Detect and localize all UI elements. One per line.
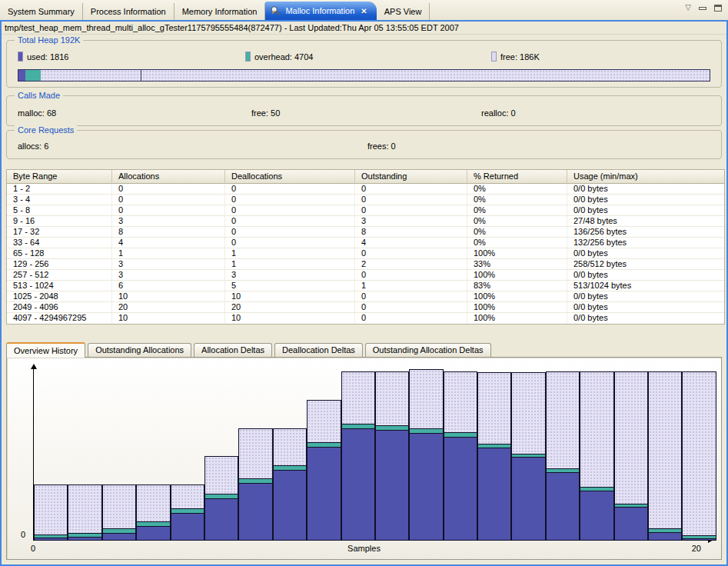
free-segment [410, 370, 442, 428]
table-row[interactable]: 1 - 20000%0/0 bytes [7, 184, 724, 195]
table-row[interactable]: 5 - 80000%0/0 bytes [7, 205, 724, 216]
free-segment [615, 372, 647, 504]
legend-label: free: 186K [500, 52, 540, 62]
table-row[interactable]: 1025 - 204810100100%0/0 bytes [7, 291, 724, 302]
table-row[interactable]: 257 - 512330100%0/0 bytes [7, 270, 724, 281]
table-cell: 100% [467, 313, 567, 324]
column-header-allocations[interactable]: Allocations [112, 170, 225, 184]
column-header-byte-range[interactable]: Byte Range [7, 170, 112, 184]
calls-made-title: Calls Made [15, 90, 63, 101]
sample-bar [409, 369, 443, 541]
tab-memory-information[interactable]: Memory Information [175, 3, 266, 20]
table-cell: 4 [355, 238, 467, 248]
free-segment [103, 485, 135, 528]
tab-aps-view[interactable]: APS View [377, 3, 430, 20]
stat-malloc: malloc: 68 [18, 108, 56, 118]
overhead-segment [205, 494, 238, 499]
sample-bar [307, 400, 341, 541]
tab-malloc-information[interactable]: Malloc Information✕ [265, 2, 376, 20]
free-segment [35, 485, 67, 534]
table-row[interactable]: 17 - 328080%136/256 bytes [7, 227, 724, 238]
table-row[interactable]: 33 - 644040%132/256 bytes [7, 238, 724, 248]
table-row[interactable]: 513 - 102465183%513/1024 bytes [7, 281, 724, 291]
legend-label: overhead: 4704 [254, 52, 313, 62]
column-header-deallocations[interactable]: Deallocations [225, 170, 355, 184]
table-cell: 20 [225, 302, 355, 312]
table-cell: 33 - 64 [7, 238, 112, 248]
table-cell: 10 [112, 291, 225, 301]
chart-tab-overview-history[interactable]: Overview History [6, 342, 85, 358]
table-cell: 20 [112, 302, 225, 312]
overhead-segment [239, 478, 271, 484]
stat-free: free: 50 [251, 108, 280, 118]
overhead-segment [376, 425, 408, 431]
chart-tab-allocation-deltas[interactable]: Allocation Deltas [194, 343, 272, 357]
table-cell: 0% [467, 216, 567, 226]
stat-realloc: realloc: 0 [481, 108, 516, 118]
table-cell: 0 [355, 270, 467, 280]
free-segment [274, 429, 306, 465]
tab-label: System Summary [8, 7, 75, 16]
calls-made-group: Calls Made malloc: 68free: 50realloc: 0 [6, 95, 722, 126]
table-cell: 0/0 bytes [567, 184, 724, 194]
close-icon[interactable]: ✕ [361, 7, 367, 15]
table-row[interactable]: 4097 - 429496729510100100%0/0 bytes [7, 313, 724, 324]
tab-process-information[interactable]: Process Information [83, 3, 175, 20]
used-segment [307, 448, 340, 540]
table-cell: 1 [355, 281, 467, 291]
table-cell: 0 [355, 205, 467, 215]
used-segment [68, 538, 101, 540]
free-segment [683, 372, 715, 535]
table-cell: 3 [112, 270, 225, 280]
chart-tab-outstanding-allocation-deltas[interactable]: Outstanding Allocation Deltas [365, 343, 491, 357]
minimize-icon[interactable] [699, 7, 706, 10]
table-cell: 0% [467, 205, 567, 215]
used-segment [615, 508, 647, 540]
table-cell: 0 [225, 205, 355, 215]
table-cell: 0 [355, 291, 467, 301]
chart-tab-deallocation-deltas[interactable]: Deallocation Deltas [274, 343, 363, 357]
table-row[interactable]: 129 - 25631233%258/512 bytes [7, 259, 724, 270]
chart-tab-strip: Overview HistoryOutstanding AllocationsA… [6, 341, 722, 357]
sample-bar [238, 428, 272, 541]
table-row[interactable]: 2049 - 409620200100%0/0 bytes [7, 302, 724, 313]
total-heap-title: Total Heap 192K [15, 35, 83, 45]
overhead-segment [171, 508, 204, 514]
table-cell: 0% [467, 184, 567, 194]
used-segment [649, 533, 681, 540]
used-segment [547, 473, 579, 540]
table-cell: 100% [467, 270, 567, 280]
column-header-usage-min-max[interactable]: Usage (min/max) [567, 170, 724, 184]
overhead-segment [410, 428, 442, 434]
table-cell: 0 [355, 313, 467, 324]
table-row[interactable]: 65 - 128110100%0/0 bytes [7, 248, 724, 259]
table-row[interactable]: 9 - 163030%27/48 bytes [7, 216, 724, 227]
free-segment [137, 485, 169, 521]
table-cell: 6 [112, 281, 225, 291]
heap-segment-used [18, 70, 25, 81]
view-menu-chevron-icon[interactable]: ▽ [685, 4, 691, 12]
stat-frees: frees: 0 [367, 142, 396, 151]
column-header-returned[interactable]: % Returned [467, 170, 567, 184]
heap-segment-overhead [25, 70, 41, 81]
sample-bar [648, 371, 682, 541]
sample-bar [546, 371, 580, 541]
table-row[interactable]: 3 - 40000%0/0 bytes [7, 195, 724, 205]
free-segment [478, 373, 510, 444]
process-title-bar: tmp/test_heap_mem_thread_multi_alloc_gTe… [2, 22, 726, 35]
legend-item-free: free: 186K [491, 52, 540, 62]
x-axis-title: Samples [347, 544, 381, 553]
tab-label: Process Information [91, 7, 166, 16]
maximize-icon[interactable] [714, 5, 722, 12]
legend-item-overhead: overhead: 4704 [245, 52, 313, 62]
tab-system-summary[interactable]: System Summary [0, 3, 83, 20]
used-segment [512, 458, 544, 540]
table-cell: 27/48 bytes [567, 216, 724, 226]
table-cell: 0% [467, 227, 567, 237]
allocation-table-header: Byte RangeAllocationsDeallocationsOutsta… [7, 170, 724, 184]
chart-tab-outstanding-allocations[interactable]: Outstanding Allocations [88, 343, 191, 357]
table-cell: 0 [225, 227, 355, 237]
column-header-outstanding[interactable]: Outstanding [355, 170, 467, 184]
table-cell: 0/0 bytes [567, 195, 724, 205]
table-cell: 10 [225, 313, 355, 324]
